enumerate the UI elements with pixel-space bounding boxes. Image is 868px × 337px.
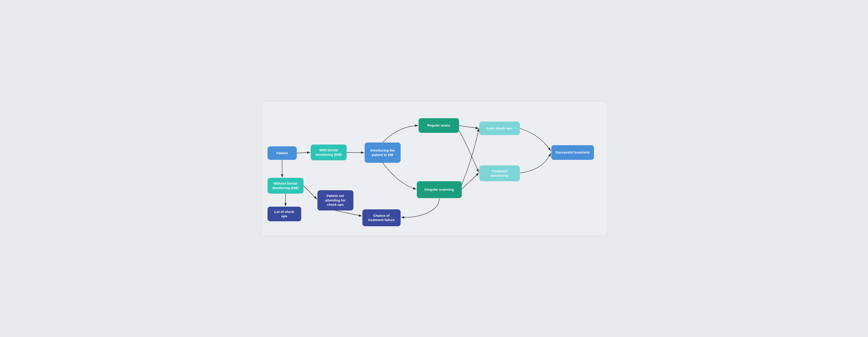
node-introduce: Introducing the patient to DM	[365, 142, 401, 163]
node-chance-failure: Chance of treatment failure	[363, 209, 401, 226]
node-patient: Patient	[268, 146, 297, 160]
node-patient-not-attending: Patient not attending for check-ups	[317, 190, 353, 210]
node-regular-scans: Regular scans	[418, 118, 459, 133]
node-less-checkups: Less check ups	[479, 121, 520, 135]
node-irregular-scanning: Irregular scanning	[417, 181, 462, 198]
flowchart-diagram: Patient With Dental monitoring (DM) With…	[261, 101, 607, 236]
node-without-dm: Without Dental Monitoring (DM)	[268, 178, 304, 194]
node-lot-checkups: Lot of check ups	[268, 207, 301, 221]
node-successful-treatment: Successful treatment	[551, 145, 594, 160]
node-treatment-monitoring: Treatment monitoring	[479, 165, 520, 181]
node-with-dm: With Dental monitoring (DM)	[311, 144, 347, 160]
